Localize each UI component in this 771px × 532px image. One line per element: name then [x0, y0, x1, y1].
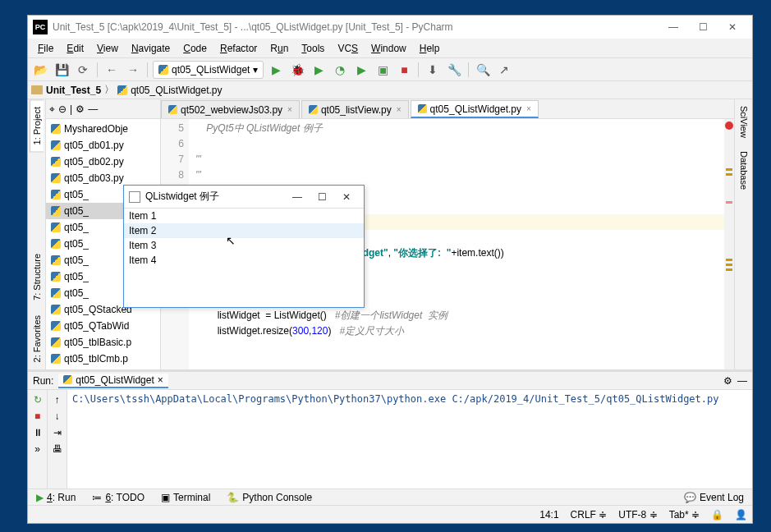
menu-edit[interactable]: Edit — [60, 40, 90, 57]
run-output[interactable]: C:\Users\tssh\AppData\Local\Programs\Pyt… — [67, 390, 752, 488]
concurrent-icon[interactable]: ▶ — [352, 61, 370, 79]
menu-tools[interactable]: Tools — [295, 40, 331, 57]
bottom-tab-terminal[interactable]: ▣Terminal — [158, 491, 213, 504]
project-hide-icon[interactable]: — — [88, 103, 98, 115]
tab-label: qt502_webviewJs03.py — [181, 104, 282, 116]
more-icon[interactable]: ↗ — [495, 61, 513, 79]
editor-tab[interactable]: qt502_webviewJs03.py× — [161, 100, 300, 118]
stop-icon[interactable]: ■ — [31, 410, 44, 423]
tree-item[interactable]: qt05_QTabWid — [46, 318, 160, 334]
debug-icon[interactable]: 🐞 — [288, 61, 306, 79]
project-target-icon[interactable]: ⌖ — [49, 103, 55, 115]
warning-marker[interactable] — [726, 264, 732, 266]
error-indicator-icon[interactable] — [725, 122, 733, 130]
close-icon[interactable]: × — [287, 105, 292, 114]
bottom-tab-run[interactable]: ▶4: Run — [33, 491, 79, 504]
toolwindow-project[interactable]: 1: Project — [30, 99, 44, 152]
breadcrumb-file[interactable]: qt05_QListWidget.py — [131, 85, 222, 96]
print-icon[interactable]: 🖶 — [51, 443, 64, 456]
list-item[interactable]: Item 2 — [124, 223, 364, 238]
menu-code[interactable]: Code — [177, 40, 213, 57]
project-collapse-icon[interactable]: ⊖ — [58, 103, 67, 115]
tree-item[interactable]: qt05_tblBasic.p — [46, 334, 160, 351]
hide-icon[interactable]: — — [737, 375, 747, 387]
lock-icon[interactable]: 🔒 — [711, 509, 723, 521]
search-icon[interactable]: 🔍 — [474, 61, 492, 79]
attach-icon[interactable]: ▣ — [374, 61, 392, 79]
dialog-minimize-button[interactable]: — — [285, 191, 310, 203]
wrap-icon[interactable]: ⇥ — [51, 426, 64, 439]
tree-item[interactable]: qt05_db01.py — [46, 137, 160, 154]
status-indent[interactable]: Tab* ≑ — [669, 509, 700, 521]
warning-marker[interactable] — [726, 259, 732, 261]
warning-marker[interactable] — [726, 168, 732, 171]
menu-refactor[interactable]: Refactor — [213, 40, 264, 57]
menu-window[interactable]: Window — [365, 40, 413, 57]
forward-icon[interactable]: → — [124, 61, 142, 79]
toolwindow-database[interactable]: Database — [737, 144, 750, 196]
sync-icon[interactable]: ⟳ — [74, 61, 92, 79]
warning-marker[interactable] — [726, 173, 732, 176]
warning-marker[interactable] — [726, 268, 732, 271]
run-panel-tab[interactable]: qt05_QListWidget × — [58, 374, 168, 388]
error-marker[interactable] — [726, 201, 732, 204]
pause-icon[interactable]: ⏸ — [31, 426, 44, 439]
wrench-icon[interactable]: 🔧 — [445, 61, 463, 79]
open-icon[interactable]: 📂 — [31, 61, 49, 79]
dialog-maximize-button[interactable]: ☐ — [310, 191, 334, 203]
vcs-update-icon[interactable]: ⬇ — [424, 61, 442, 79]
status-caret-pos[interactable]: 14:1 — [539, 509, 558, 521]
stop-icon[interactable]: ■ — [395, 61, 413, 79]
down-icon[interactable]: ↓ — [51, 410, 64, 423]
list-item[interactable]: Item 4 — [124, 253, 364, 268]
chevron-down-icon: ▾ — [253, 64, 258, 76]
rerun-icon[interactable]: ↻ — [31, 393, 44, 406]
list-item[interactable]: Item 1 — [124, 209, 364, 223]
bottom-tab-event-log[interactable]: 💬Event Log — [681, 491, 747, 504]
dialog-close-button[interactable]: ✕ — [334, 191, 359, 203]
python-icon — [51, 140, 61, 150]
gear-icon[interactable]: ⚙ — [76, 103, 85, 115]
coverage-icon[interactable]: ▶ — [310, 61, 328, 79]
up-icon[interactable]: ↑ — [51, 393, 64, 406]
list-item[interactable]: Item 3 — [124, 238, 364, 253]
dialog-list[interactable]: Item 1Item 2Item 3Item 4 — [124, 209, 364, 268]
status-encoding[interactable]: UTF-8 ≑ — [618, 509, 657, 521]
menu-run[interactable]: Run — [264, 40, 295, 57]
gear-icon[interactable]: ⚙ — [723, 375, 732, 387]
minimize-button[interactable]: — — [659, 16, 688, 38]
close-icon[interactable]: × — [397, 105, 402, 114]
tree-item[interactable]: qt05_db02.py — [46, 154, 160, 170]
close-icon[interactable]: × — [526, 104, 531, 113]
run-icon[interactable]: ▶ — [267, 61, 285, 79]
separator — [468, 62, 469, 77]
menu-file[interactable]: File — [31, 40, 60, 57]
maximize-button[interactable]: ☐ — [688, 16, 718, 38]
more-icon[interactable]: » — [31, 443, 44, 456]
status-eol[interactable]: CRLF ≑ — [571, 509, 608, 521]
run-config-selector[interactable]: qt05_QListWidget ▾ — [153, 61, 264, 79]
close-button[interactable]: ✕ — [718, 16, 747, 38]
menu-view[interactable]: View — [90, 40, 125, 57]
toolwindow-structure[interactable]: 7: Structure — [30, 246, 44, 308]
tree-item[interactable]: qt05_tblCmb.p — [46, 351, 160, 367]
back-icon[interactable]: ← — [103, 61, 121, 79]
bottom-tab-python-console[interactable]: 🐍Python Console — [223, 491, 315, 504]
hector-icon[interactable]: 👤 — [735, 509, 747, 521]
bottom-tab-todo[interactable]: ≔6: TODO — [89, 491, 148, 504]
menu-navigate[interactable]: Navigate — [125, 40, 177, 57]
editor-tab[interactable]: qt05_listView.py× — [301, 100, 409, 118]
toolwindow-sciview[interactable]: SciView — [737, 99, 750, 144]
editor-tab[interactable]: qt05_QListWidget.py× — [411, 100, 539, 118]
breadcrumb-project[interactable]: Unit_Test_5 — [46, 85, 101, 96]
menu-help[interactable]: Help — [413, 40, 447, 57]
profile-icon[interactable]: ◔ — [331, 61, 349, 79]
tree-item[interactable]: qt05_db03.py — [46, 170, 160, 186]
close-icon[interactable]: × — [158, 374, 163, 386]
line-number: 7 — [161, 152, 184, 167]
toolwindow-favorites[interactable]: 2: Favorites — [30, 308, 44, 369]
menu-vcs[interactable]: VCS — [331, 40, 365, 57]
save-icon[interactable]: 💾 — [53, 61, 71, 79]
tree-item[interactable]: MysharedObje — [46, 121, 160, 137]
dialog-titlebar[interactable]: QListwidget 例子 — ☐ ✕ — [124, 186, 364, 209]
